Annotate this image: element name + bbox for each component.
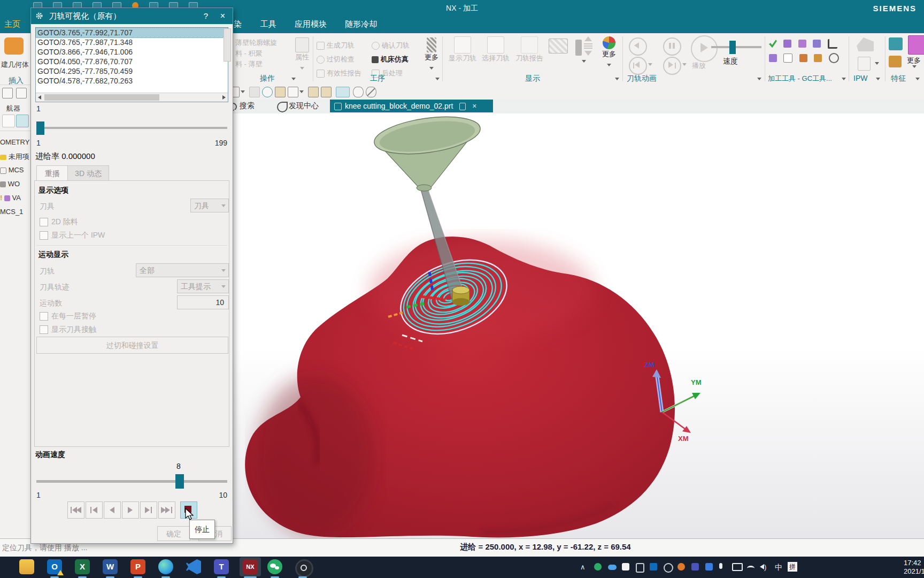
anim-step-forward-button[interactable]	[663, 57, 681, 75]
taskbar-explorer-icon[interactable]	[19, 559, 34, 574]
mini-toolbar-icon-1[interactable]	[2, 88, 13, 98]
gouge-collision-settings-button[interactable]: 过切和碰撞设置	[36, 337, 228, 354]
display-arrows[interactable]	[584, 35, 592, 58]
step-back-button[interactable]	[86, 501, 103, 519]
anim-play-button[interactable]	[691, 35, 718, 62]
ime-language-indicator[interactable]: 中	[775, 563, 782, 573]
eye-icon[interactable]	[353, 87, 364, 97]
tray-wechat-icon[interactable]	[594, 563, 602, 571]
create-geometry-label[interactable]: 建几何体	[1, 60, 29, 70]
create-geometry-icon[interactable]	[4, 37, 24, 55]
gc-flag-icon[interactable]	[783, 40, 791, 48]
taskbar-clock[interactable]: 17:42 2021/12	[904, 559, 924, 576]
group-feature-expand-icon[interactable]	[915, 78, 920, 80]
taskbar-powerpoint-icon[interactable]: P	[130, 559, 145, 574]
gc-pen-icon[interactable]	[814, 54, 822, 62]
play-forward-button[interactable]	[122, 501, 139, 519]
tree-item-workpiece[interactable]: WO	[0, 180, 30, 191]
play-backward-button[interactable]	[104, 501, 121, 519]
tab-home[interactable]: 主页	[4, 19, 20, 29]
taskbar-nx-icon[interactable]: NX	[243, 559, 258, 574]
solid-box-icon[interactable]	[308, 87, 319, 97]
group-display-expand-icon[interactable]	[615, 78, 619, 80]
tree-item-unused[interactable]: 未用项	[0, 152, 30, 163]
gc-clock-icon[interactable]	[829, 53, 839, 63]
ipw-axes-icon[interactable]	[858, 57, 871, 71]
properties-button[interactable]: 属性	[291, 37, 313, 72]
workpiece-add-icon[interactable]	[275, 87, 286, 97]
animation-speed-thumb[interactable]	[175, 474, 184, 489]
checkbox-2d-material[interactable]	[40, 218, 48, 226]
anim-step-back-button[interactable]	[629, 57, 647, 75]
taskbar-vscode-icon[interactable]	[186, 559, 201, 574]
gc-tools-icons[interactable]	[769, 39, 846, 63]
toolpath-report-button[interactable]: 刀轨报告	[513, 36, 545, 63]
progress-thumb[interactable]	[36, 121, 44, 135]
tree-item-geometry[interactable]: OMETRY	[0, 138, 30, 149]
anim-pause-button[interactable]	[663, 37, 681, 56]
confirm-toolpath-button[interactable]: 确认刀轨	[372, 39, 410, 52]
tool-dropdown[interactable]: 刀具	[190, 199, 229, 212]
tray-search-icon[interactable]	[677, 563, 685, 571]
tray-mic-icon[interactable]	[719, 563, 722, 569]
group-process-expand-icon[interactable]	[435, 78, 440, 80]
validity-report-button[interactable]: 有效性报告	[317, 66, 361, 80]
close-tab-icon[interactable]: ×	[472, 102, 476, 110]
menu-render[interactable]: 染	[234, 19, 242, 28]
move-down-icon[interactable]	[584, 51, 592, 56]
tray-app-grid-icon[interactable]	[622, 563, 629, 571]
tool-trace-dropdown[interactable]: 工具提示	[177, 279, 229, 293]
active-document-tab[interactable]: knee cutting_block_demo_02.prt ×	[330, 100, 493, 112]
tray-display-icon[interactable]	[732, 563, 743, 571]
checkbox-pause-each-layer[interactable]	[40, 312, 48, 321]
go-to-end-button[interactable]	[158, 501, 175, 519]
menu-tools[interactable]: 工具	[260, 19, 276, 28]
goto-row[interactable]: GOTO/4.050,-77.876,70.707	[36, 57, 228, 66]
navigator-icon-1[interactable]	[2, 115, 15, 127]
taskbar-wechat-icon[interactable]	[267, 559, 282, 574]
anim-speed-thumb[interactable]	[729, 41, 736, 54]
move-up-icon[interactable]	[584, 36, 592, 41]
tab-3d-dynamic[interactable]: 3D 动态	[67, 165, 109, 181]
taskbar-outlook-icon[interactable]: O	[47, 559, 62, 574]
taskbar-word-icon[interactable]: W	[103, 559, 118, 574]
ipw-options-icon[interactable]	[875, 62, 879, 65]
taskbar-teams-icon[interactable]: T	[214, 559, 229, 574]
tab-discover-label[interactable]: 发现中心	[289, 101, 319, 111]
go-to-start-button[interactable]	[67, 501, 84, 519]
tab-replay[interactable]: 重播	[36, 165, 68, 181]
tray-steering-icon[interactable]	[664, 563, 673, 573]
progress-track[interactable]	[36, 127, 227, 129]
show-toolpath-button[interactable]: 显示刀轨	[447, 36, 478, 63]
goto-row[interactable]: GOTO/4.578,-77.682,70.263	[36, 76, 228, 86]
tree-item-mcs[interactable]: MCS	[0, 166, 30, 177]
taskbar-excel-icon[interactable]: X	[75, 559, 90, 574]
generate-toolpath-button[interactable]: 生成刀轨	[317, 39, 361, 52]
wire-box-icon[interactable]	[321, 87, 332, 97]
tray-onedrive-icon[interactable]	[608, 565, 617, 570]
animation-speed-track[interactable]	[36, 480, 227, 483]
filter-arrow-icon[interactable]	[241, 90, 245, 93]
tray-watch-icon[interactable]	[636, 563, 644, 573]
tray-outlook-icon[interactable]	[650, 563, 657, 571]
group-anim-expand-icon[interactable]	[757, 78, 761, 80]
toolpath-dropdown[interactable]: 全部	[136, 263, 229, 277]
feature-teach-icon[interactable]	[889, 56, 902, 67]
motion-count-field[interactable]: 10	[177, 295, 229, 309]
check-icon[interactable]	[769, 40, 777, 48]
dialog-close-icon[interactable]: ×	[220, 8, 225, 24]
feature-more-icon[interactable]	[908, 35, 924, 55]
box-arrow-icon[interactable]	[299, 90, 304, 93]
step-forward-options-icon[interactable]	[682, 63, 687, 66]
anim-play-back-button[interactable]	[629, 37, 647, 56]
ime-mode-indicator[interactable]: 拼	[788, 562, 797, 572]
snap-icon[interactable]	[249, 87, 260, 97]
goto-row-selected[interactable]: GOTO/3.765,-77.992,71.707	[36, 28, 228, 37]
hscroll-thumb[interactable]	[44, 94, 159, 101]
box-crosshair-icon[interactable]	[288, 87, 298, 97]
tray-bird-icon[interactable]	[705, 563, 713, 571]
step-back-options-icon[interactable]	[648, 63, 652, 66]
toolpath-visualization-dialog[interactable]: 刀轨可视化（原有） ? × GOTO/3.765,-77.992,71.707 …	[30, 7, 233, 544]
mcs-eye-icon[interactable]	[336, 87, 350, 97]
tray-wifi-icon[interactable]	[747, 566, 754, 571]
